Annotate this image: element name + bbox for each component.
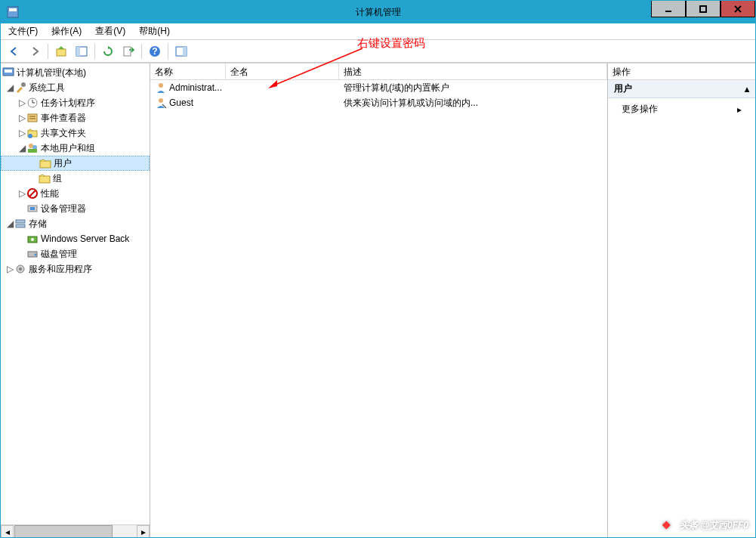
svg-rect-3: [700, 6, 706, 12]
annotation-text: 右键设置密码: [357, 36, 425, 51]
window: 计算机管理 文件(F) 操作(A) 查看(V) 帮助(H) ? 计算机管理(本地…: [0, 0, 756, 538]
svg-rect-28: [40, 161, 51, 168]
svg-rect-13: [183, 47, 187, 56]
body: 计算机管理(本地) ◢系统工具 ▷任务计划程序 ▷事件查看器 ▷共享文件夹 ◢本…: [1, 63, 755, 537]
show-hide-tree-button[interactable]: [73, 42, 91, 60]
menu-help[interactable]: 帮助(H): [136, 23, 173, 39]
tree-event-viewer[interactable]: ▷事件查看器: [1, 110, 150, 125]
window-title: 计算机管理: [356, 6, 401, 19]
tree-disk-management[interactable]: 磁盘管理: [1, 246, 150, 261]
expand-icon[interactable]: ▷: [17, 128, 26, 138]
svg-rect-20: [28, 114, 37, 122]
svg-point-43: [159, 98, 163, 103]
scroll-right-icon[interactable]: ▸: [137, 525, 150, 537]
tree[interactable]: 计算机管理(本地) ◢系统工具 ▷任务计划程序 ▷事件查看器 ▷共享文件夹 ◢本…: [1, 63, 150, 524]
users-groups-icon: [26, 142, 39, 154]
actions-pane-button[interactable]: [172, 42, 190, 60]
tools-icon: [14, 82, 26, 94]
col-fullname[interactable]: 全名: [226, 63, 339, 79]
svg-rect-9: [124, 47, 131, 56]
actions-section[interactable]: 用户 ▴: [608, 80, 755, 98]
submenu-arrow-icon: ▸: [737, 104, 742, 115]
tree-windows-server-backup[interactable]: Windows Server Back: [1, 231, 150, 246]
col-description[interactable]: 描述: [339, 63, 607, 79]
app-icon: [7, 6, 19, 18]
close-button[interactable]: [721, 1, 755, 17]
svg-rect-35: [16, 224, 25, 227]
actions-more[interactable]: 更多操作 ▸: [608, 98, 755, 120]
svg-line-31: [29, 190, 35, 196]
collapse-section-icon[interactable]: ▴: [745, 84, 749, 94]
backup-icon: [26, 233, 39, 245]
svg-rect-29: [39, 176, 50, 183]
up-button[interactable]: [52, 42, 70, 60]
list-row[interactable]: Guest 供来宾访问计算机或访问域的内...: [150, 95, 607, 110]
export-button[interactable]: [119, 42, 137, 60]
computer-mgmt-icon: [2, 66, 14, 79]
svg-point-24: [28, 134, 32, 138]
event-viewer-icon: [26, 112, 39, 124]
collapse-icon[interactable]: ◢: [5, 82, 14, 93]
back-button[interactable]: [5, 42, 23, 60]
minimize-button[interactable]: [651, 1, 686, 17]
actions-header: 操作: [608, 63, 755, 80]
shared-folder-icon: [26, 127, 39, 139]
tree-shared-folders[interactable]: ▷共享文件夹: [1, 125, 150, 141]
svg-rect-1: [9, 8, 17, 11]
list-row[interactable]: Administrat... 管理计算机(域)的内置帐户: [150, 80, 607, 95]
expand-icon[interactable]: ▷: [5, 264, 14, 274]
folder-icon: [39, 172, 51, 184]
menu-file[interactable]: 文件(F): [5, 23, 41, 39]
refresh-button[interactable]: [99, 42, 117, 60]
tree-pane: 计算机管理(本地) ◢系统工具 ▷任务计划程序 ▷事件查看器 ▷共享文件夹 ◢本…: [1, 63, 150, 537]
tree-system-tools[interactable]: ◢系统工具: [1, 80, 150, 95]
menu-view[interactable]: 查看(V): [92, 23, 128, 39]
svg-rect-6: [57, 49, 66, 56]
user-disabled-icon: [155, 97, 167, 109]
disk-icon: [26, 248, 39, 260]
svg-point-39: [35, 254, 37, 256]
list-body[interactable]: Administrat... 管理计算机(域)的内置帐户 Guest 供来宾访问…: [150, 80, 607, 537]
expand-icon[interactable]: ▷: [17, 113, 26, 123]
tree-local-users-groups[interactable]: ◢本地用户和组: [1, 141, 150, 156]
svg-point-41: [19, 267, 22, 271]
services-icon: [14, 263, 26, 275]
tree-task-scheduler[interactable]: ▷任务计划程序: [1, 95, 150, 110]
expand-icon[interactable]: ▷: [17, 188, 26, 199]
storage-icon: [14, 218, 26, 230]
svg-rect-34: [16, 220, 25, 223]
tree-users[interactable]: 用户: [1, 156, 150, 171]
scroll-left-icon[interactable]: ◂: [1, 525, 14, 537]
tree-device-manager[interactable]: 设备管理器: [1, 201, 150, 216]
tree-services-apps[interactable]: ▷服务和应用程序: [1, 261, 150, 277]
col-name[interactable]: 名称: [150, 63, 226, 79]
svg-rect-33: [30, 207, 35, 210]
svg-point-37: [31, 238, 34, 241]
tree-performance[interactable]: ▷性能: [1, 186, 150, 201]
tree-groups[interactable]: 组: [1, 171, 150, 186]
tree-scrollbar[interactable]: ◂ ▸: [1, 524, 150, 537]
watermark: ❖ 头条 @艾西0FF0: [659, 517, 748, 533]
user-icon: [155, 82, 167, 94]
list-pane: 名称 全名 描述 Administrat... 管理计算机(域)的内置帐户 Gu…: [150, 63, 608, 537]
folder-icon: [39, 157, 51, 169]
svg-point-16: [21, 82, 26, 87]
collapse-icon[interactable]: ◢: [5, 218, 14, 229]
svg-point-42: [159, 83, 163, 88]
maximize-button[interactable]: [686, 1, 721, 17]
tree-storage[interactable]: ◢存储: [1, 216, 150, 231]
menu-action[interactable]: 操作(A): [48, 23, 85, 39]
collapse-icon[interactable]: ◢: [17, 143, 26, 153]
list-header: 名称 全名 描述: [150, 63, 607, 80]
device-manager-icon: [26, 203, 39, 215]
svg-text:?: ?: [152, 46, 157, 57]
titlebar: 计算机管理: [1, 1, 755, 23]
expand-icon[interactable]: ▷: [17, 97, 26, 108]
svg-rect-27: [28, 149, 37, 153]
help-button[interactable]: ?: [146, 42, 164, 60]
scroll-thumb[interactable]: [14, 525, 113, 537]
svg-rect-8: [76, 47, 80, 56]
forward-button[interactable]: [26, 42, 44, 60]
tree-root[interactable]: 计算机管理(本地): [1, 65, 150, 80]
svg-rect-15: [5, 70, 12, 73]
